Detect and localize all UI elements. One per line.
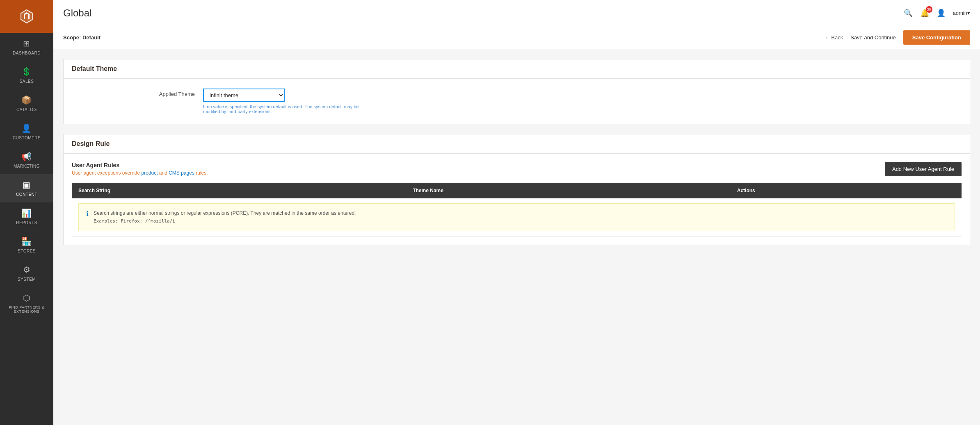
add-user-agent-rule-button[interactable]: Add New User Agent Rule — [885, 162, 962, 176]
user-agent-table: Search String Theme Name Actions ℹ — [72, 183, 962, 236]
user-avatar-button[interactable]: 👤 — [937, 9, 946, 18]
header-actions: 🔍 🔔 30 👤 admin▾ — [904, 9, 970, 18]
user-icon: 👤 — [937, 9, 946, 17]
save-continue-button[interactable]: Save and Continue — [850, 34, 896, 41]
sidebar-item-label: REPORTS — [16, 220, 37, 225]
main-content: Global 🔍 🔔 30 👤 admin▾ Scope: Default ← … — [53, 0, 980, 425]
stores-icon: 🏪 — [21, 236, 32, 246]
user-agent-desc: User agent exceptions override product a… — [72, 170, 208, 176]
admin-menu[interactable]: admin▾ — [953, 10, 970, 16]
page-title: Global — [63, 7, 91, 19]
sidebar-item-marketing[interactable]: 📢 MARKETING — [0, 146, 53, 174]
sidebar-item-label: MARKETING — [14, 164, 40, 168]
reports-icon: 📊 — [21, 208, 32, 218]
scope-bar: Scope: Default ← Back Save and Continue … — [53, 26, 980, 49]
sidebar-item-label: SYSTEM — [18, 277, 36, 282]
save-configuration-button[interactable]: Save Configuration — [903, 30, 970, 45]
search-icon: 🔍 — [904, 9, 913, 17]
notifications-button[interactable]: 🔔 30 — [920, 9, 929, 18]
cms-link[interactable]: CMS pages — [169, 170, 194, 176]
sidebar-logo — [0, 0, 53, 33]
info-main-text: Search strings are either normal strings… — [94, 210, 356, 216]
user-agent-section: User Agent Rules User agent exceptions o… — [64, 154, 970, 245]
sidebar: ⊞ DASHBOARD 💲 SALES 📦 CATALOG 👤 CUSTOMER… — [0, 0, 53, 425]
catalog-icon: 📦 — [21, 95, 32, 105]
design-rule-title: Design Rule — [72, 140, 110, 148]
sidebar-item-label: SALES — [20, 79, 34, 84]
top-header: Global 🔍 🔔 30 👤 admin▾ — [53, 0, 980, 26]
sidebar-item-catalog[interactable]: 📦 CATALOG — [0, 89, 53, 118]
theme-hint: If no value is specified, the system def… — [203, 104, 375, 114]
sidebar-item-content[interactable]: ▣ CONTENT — [0, 174, 53, 202]
scope-text: Scope: Default — [63, 34, 101, 41]
scope-value: Default — [82, 34, 101, 41]
info-banner: ℹ Search strings are either normal strin… — [78, 203, 955, 231]
dashboard-icon: ⊞ — [23, 39, 30, 48]
default-theme-section: Default Theme Applied Theme infinit them… — [63, 59, 970, 124]
sidebar-item-label: CONTENT — [16, 192, 37, 197]
sidebar-item-stores[interactable]: 🏪 STORES — [0, 231, 53, 259]
applied-theme-row: Applied Theme infinit theme If no value … — [72, 89, 962, 114]
table-header: Search String Theme Name Actions — [72, 183, 962, 198]
user-agent-desc-text2: and — [159, 170, 169, 176]
table-header-row: Search String Theme Name Actions — [72, 183, 962, 198]
default-theme-header: Default Theme — [64, 59, 970, 79]
user-agent-info: User Agent Rules User agent exceptions o… — [72, 162, 208, 176]
sales-icon: 💲 — [21, 67, 32, 77]
user-agent-desc-text3: rules. — [196, 170, 208, 176]
back-button[interactable]: ← Back — [825, 34, 843, 41]
page-content: Default Theme Applied Theme infinit them… — [53, 49, 980, 425]
table-body: ℹ Search strings are either normal strin… — [72, 198, 962, 236]
info-icon: ℹ — [86, 210, 89, 218]
applied-theme-label: Applied Theme — [72, 89, 195, 97]
scope-actions: ← Back Save and Continue Save Configurat… — [825, 30, 970, 45]
info-example: Examples: Firefox: /^mozilla/i — [94, 218, 175, 224]
user-agent-title: User Agent Rules — [72, 162, 208, 168]
sidebar-item-partners[interactable]: ⬡ FIND PARTNERS & EXTENSIONS — [0, 287, 53, 319]
product-link[interactable]: product — [141, 170, 158, 176]
scope-prefix: Scope: — [63, 34, 81, 41]
applied-theme-field: infinit theme If no value is specified, … — [203, 89, 375, 114]
table-row-info: ℹ Search strings are either normal strin… — [72, 198, 962, 236]
info-cell: ℹ Search strings are either normal strin… — [72, 198, 962, 236]
partners-icon: ⬡ — [23, 293, 30, 303]
sidebar-item-sales[interactable]: 💲 SALES — [0, 61, 53, 89]
system-icon: ⚙ — [23, 265, 31, 275]
sidebar-item-label: CUSTOMERS — [13, 136, 41, 140]
col-actions: Actions — [731, 183, 962, 198]
sidebar-item-label: STORES — [18, 249, 36, 253]
theme-select[interactable]: infinit theme — [203, 89, 285, 102]
sidebar-item-customers[interactable]: 👤 CUSTOMERS — [0, 118, 53, 146]
sidebar-item-reports[interactable]: 📊 REPORTS — [0, 202, 53, 231]
user-agent-header: User Agent Rules User agent exceptions o… — [72, 162, 962, 176]
marketing-icon: 📢 — [21, 152, 32, 161]
default-theme-body: Applied Theme infinit theme If no value … — [64, 79, 970, 124]
content-icon: ▣ — [23, 180, 31, 190]
user-agent-desc-text: User agent exceptions override — [72, 170, 141, 176]
sidebar-item-label: FIND PARTNERS & EXTENSIONS — [3, 305, 50, 314]
sidebar-item-label: DASHBOARD — [13, 51, 41, 55]
search-button[interactable]: 🔍 — [904, 9, 913, 18]
design-rule-section: Design Rule User Agent Rules User agent … — [63, 134, 970, 245]
customers-icon: 👤 — [21, 123, 32, 133]
sidebar-item-label: CATALOG — [16, 107, 37, 112]
col-search-string: Search String — [72, 183, 406, 198]
sidebar-item-system[interactable]: ⚙ SYSTEM — [0, 259, 53, 287]
notification-badge: 30 — [926, 6, 932, 13]
sidebar-item-dashboard[interactable]: ⊞ DASHBOARD — [0, 33, 53, 61]
design-rule-header: Design Rule — [64, 134, 970, 154]
col-theme-name: Theme Name — [406, 183, 731, 198]
info-banner-text: Search strings are either normal strings… — [94, 209, 356, 225]
